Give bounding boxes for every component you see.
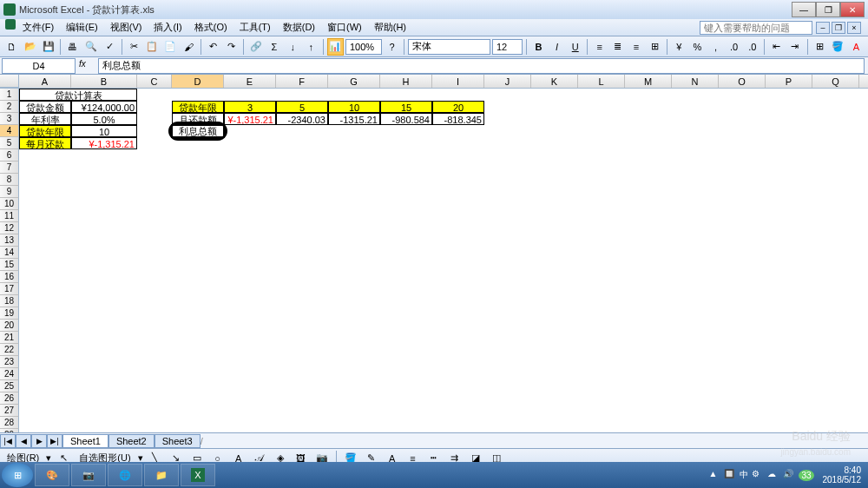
cell-empty[interactable] <box>380 162 432 174</box>
tray-icon-2[interactable]: 🔲 <box>724 469 736 481</box>
cell-F3[interactable]: -2340.03 <box>276 113 328 125</box>
cell-empty[interactable] <box>276 222 328 234</box>
cell-empty[interactable] <box>766 222 812 234</box>
cell-empty[interactable] <box>328 186 380 198</box>
cell-empty[interactable] <box>224 149 276 162</box>
cell-empty[interactable] <box>531 174 578 186</box>
col-header-N[interactable]: N <box>672 75 719 88</box>
cell-empty[interactable] <box>19 283 71 295</box>
col-header-E[interactable]: E <box>224 75 276 88</box>
cell-empty[interactable] <box>276 89 328 101</box>
cell-empty[interactable] <box>328 417 380 429</box>
name-box[interactable] <box>2 58 76 74</box>
cell-empty[interactable] <box>672 283 719 295</box>
cell-empty[interactable] <box>172 259 224 271</box>
cell-empty[interactable] <box>71 210 137 222</box>
cell-empty[interactable] <box>172 174 224 186</box>
col-header-O[interactable]: O <box>719 75 766 88</box>
cell-empty[interactable] <box>625 247 672 259</box>
cell-empty[interactable] <box>766 271 812 283</box>
cell-empty[interactable] <box>19 149 71 162</box>
cell-empty[interactable] <box>224 125 276 137</box>
cell-empty[interactable] <box>812 307 859 320</box>
cell-empty[interactable] <box>812 210 859 222</box>
cell-empty[interactable] <box>812 283 859 295</box>
cell-empty[interactable] <box>766 356 812 368</box>
cell-empty[interactable] <box>531 320 578 332</box>
row-header-16[interactable]: 16 <box>0 271 19 283</box>
cell-empty[interactable] <box>276 295 328 307</box>
cell-empty[interactable] <box>672 295 719 307</box>
cell-empty[interactable] <box>71 417 137 429</box>
cell-empty[interactable] <box>625 234 672 247</box>
col-header-C[interactable]: C <box>137 75 172 88</box>
cell-empty[interactable] <box>276 356 328 368</box>
cell-empty[interactable] <box>812 186 859 198</box>
cell-empty[interactable] <box>578 320 625 332</box>
cell-empty[interactable] <box>484 320 531 332</box>
cell-empty[interactable] <box>719 149 766 162</box>
cell-D2[interactable]: 贷款年限 <box>172 101 224 113</box>
cell-empty[interactable] <box>224 89 276 101</box>
cell-empty[interactable] <box>672 259 719 271</box>
select-all-corner[interactable] <box>0 75 19 88</box>
align-right-icon[interactable]: ≡ <box>628 38 645 56</box>
sheet-tab-2[interactable]: Sheet2 <box>108 434 155 448</box>
cell-empty[interactable] <box>328 222 380 234</box>
cell-empty[interactable] <box>578 259 625 271</box>
cell-empty[interactable] <box>812 295 859 307</box>
col-header-I[interactable]: I <box>432 75 484 88</box>
cell-empty[interactable] <box>432 320 484 332</box>
sheet-nav-next[interactable]: ▶ <box>31 434 47 448</box>
cell-empty[interactable] <box>531 125 578 137</box>
open-icon[interactable]: 📂 <box>22 38 38 56</box>
cell-empty[interactable] <box>172 307 224 320</box>
cell-empty[interactable] <box>484 101 531 113</box>
cell-empty[interactable] <box>137 137 172 149</box>
cell-empty[interactable] <box>276 234 328 247</box>
cell-A3[interactable]: 年利率 <box>19 113 71 125</box>
col-header-B[interactable]: B <box>71 75 137 88</box>
cell-empty[interactable] <box>137 198 172 210</box>
cell-empty[interactable] <box>137 417 172 429</box>
cell-empty[interactable] <box>766 101 812 113</box>
cell-empty[interactable] <box>625 271 672 283</box>
cell-empty[interactable] <box>625 344 672 356</box>
cell-empty[interactable] <box>531 149 578 162</box>
cell-empty[interactable] <box>484 174 531 186</box>
cell-empty[interactable] <box>19 417 71 429</box>
col-header-M[interactable]: M <box>625 75 672 88</box>
cell-empty[interactable] <box>172 368 224 380</box>
cell-empty[interactable] <box>432 186 484 198</box>
menu-help[interactable]: 帮助(H) <box>369 19 411 36</box>
cell-empty[interactable] <box>719 380 766 392</box>
cell-empty[interactable] <box>719 271 766 283</box>
cell-empty[interactable] <box>531 162 578 174</box>
cell-empty[interactable] <box>224 137 276 149</box>
col-header-G[interactable]: G <box>328 75 380 88</box>
cell-empty[interactable] <box>578 174 625 186</box>
cell-empty[interactable] <box>672 149 719 162</box>
cell-empty[interactable] <box>137 186 172 198</box>
cell-empty[interactable] <box>224 234 276 247</box>
cell-empty[interactable] <box>224 356 276 368</box>
cell-empty[interactable] <box>812 174 859 186</box>
cell-empty[interactable] <box>224 259 276 271</box>
cell-empty[interactable] <box>137 283 172 295</box>
cell-empty[interactable] <box>578 307 625 320</box>
cell-empty[interactable] <box>19 356 71 368</box>
col-header-D[interactable]: D <box>172 75 224 88</box>
tray-icon-3[interactable]: ⚙ <box>752 469 764 481</box>
currency-icon[interactable]: ¥ <box>671 38 687 56</box>
cell-empty[interactable] <box>578 210 625 222</box>
cell-empty[interactable] <box>19 210 71 222</box>
cell-empty[interactable] <box>625 295 672 307</box>
cell-empty[interactable] <box>484 271 531 283</box>
cell-empty[interactable] <box>432 283 484 295</box>
cut-icon[interactable]: ✂ <box>126 38 142 56</box>
cell-E3[interactable]: ¥-1,315.21 <box>224 113 276 125</box>
cell-empty[interactable] <box>531 344 578 356</box>
cell-empty[interactable] <box>328 344 380 356</box>
cell-empty[interactable] <box>531 332 578 344</box>
cell-empty[interactable] <box>672 368 719 380</box>
